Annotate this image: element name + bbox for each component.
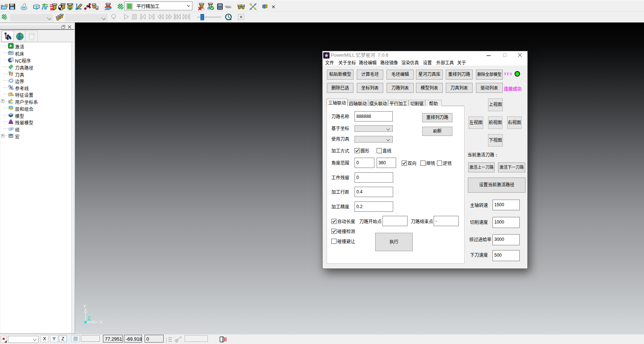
svg-text:z: z: [166, 341, 167, 343]
svg-text:X: X: [99, 319, 103, 325]
svg-text:Z: Z: [88, 315, 90, 321]
svg-text:Y: Y: [83, 304, 86, 309]
